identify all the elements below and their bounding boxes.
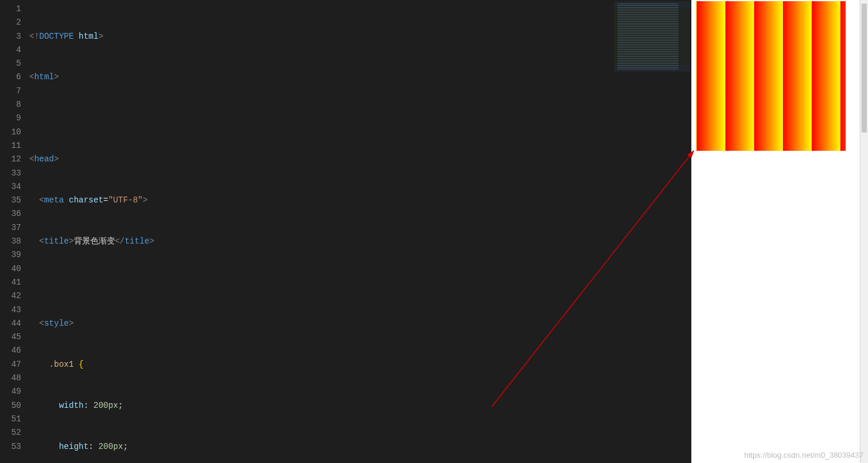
line-number: 12 [0,153,21,166]
preview-scrollbar[interactable] [860,0,868,463]
line-number: 46 [0,344,21,357]
line-number: 34 [0,180,21,194]
preview-pane: https://blog.csdn.net/m0_38039437 [691,0,868,463]
watermark-text: https://blog.csdn.net/m0_38039437 [744,451,863,459]
line-number: 2 [0,16,21,29]
line-number: 9 [0,111,21,125]
line-number: 42 [0,289,21,303]
line-number: 36 [0,207,21,221]
line-number: 10 [0,126,21,139]
line-number: 43 [0,303,21,317]
line-number: 35 [0,194,21,207]
line-number: 1 [0,2,21,16]
line-number: 7 [0,85,21,98]
line-number: 53 [0,440,21,454]
gradient-preview-box [696,1,846,151]
line-number: 52 [0,426,21,440]
line-number: 3 [0,30,21,43]
line-number: 39 [0,248,21,262]
line-number: 38 [0,235,21,248]
line-number: 40 [0,262,21,276]
line-number: 11 [0,139,21,153]
code-content[interactable]: <!DOCTYPE html> <html> <head> <meta char… [27,0,691,463]
code-editor[interactable]: 1 2 3 4 5 6 7 8 9 10 11 12 33 34 35 36 3… [0,0,691,463]
line-number: 45 [0,330,21,344]
line-number: 5 [0,57,21,70]
line-number: 50 [0,399,21,413]
line-number: 33 [0,167,21,180]
line-number: 41 [0,276,21,289]
line-number: 8 [0,98,21,111]
line-number: 48 [0,371,21,385]
line-number: 51 [0,413,21,426]
line-number-gutter: 1 2 3 4 5 6 7 8 9 10 11 12 33 34 35 36 3… [0,0,27,463]
line-number: 47 [0,358,21,371]
line-number: 49 [0,385,21,398]
line-number: 4 [0,43,21,57]
line-number: 37 [0,221,21,235]
line-number: 44 [0,317,21,330]
line-number: 6 [0,70,21,84]
